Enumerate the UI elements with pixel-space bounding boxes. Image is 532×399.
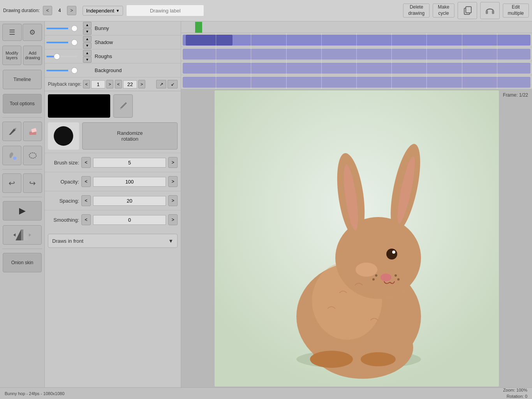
cell[interactable]: [181, 47, 216, 61]
playback-start-increase[interactable]: >: [106, 80, 113, 88]
copy-icon-btn[interactable]: [458, 2, 477, 19]
bunny-down-btn[interactable]: ▼: [83, 28, 92, 35]
cell[interactable]: [392, 61, 427, 75]
spacing-increase[interactable]: >: [168, 195, 178, 206]
bunny-up-btn[interactable]: ▲: [83, 22, 92, 28]
cell[interactable]: [392, 75, 427, 89]
cell[interactable]: [497, 33, 532, 47]
shadow-down-btn[interactable]: ▼: [83, 42, 92, 49]
draws-in-front-btn[interactable]: Draws in front ▼: [48, 234, 178, 248]
cell[interactable]: [357, 33, 392, 47]
delete-drawing-btn[interactable]: Delete drawing: [403, 4, 430, 18]
copy-icon: [462, 5, 473, 16]
cell[interactable]: [216, 75, 251, 89]
pen-tool-btn[interactable]: [2, 122, 21, 141]
background-opacity-slider[interactable]: [46, 70, 78, 71]
spacing-decrease[interactable]: <: [81, 195, 91, 206]
cell[interactable]: [216, 33, 251, 47]
tool-options-btn[interactable]: Tool options: [3, 94, 42, 113]
drawing-label-input[interactable]: [126, 5, 204, 16]
cell[interactable]: [251, 75, 286, 89]
expand-up-right-btn[interactable]: ↗: [156, 80, 166, 88]
cell[interactable]: [251, 47, 286, 61]
cell[interactable]: [322, 33, 357, 47]
roughs-up-btn[interactable]: ▲: [83, 50, 92, 56]
timeline-btn[interactable]: Timeline: [3, 70, 42, 89]
cell[interactable]: [251, 33, 286, 47]
brush-size-increase[interactable]: >: [168, 157, 178, 168]
duration-decrease-btn[interactable]: <: [43, 6, 52, 15]
svg-marker-12: [29, 233, 31, 237]
cell[interactable]: [462, 47, 497, 61]
status-right: Zoom: 100% Rotation: 0: [503, 387, 527, 399]
canvas-area[interactable]: Frame: 1/22: [181, 89, 532, 387]
cell[interactable]: [427, 75, 462, 89]
cell[interactable]: [322, 61, 357, 75]
svg-point-6: [13, 157, 16, 160]
brush-size-decrease[interactable]: <: [81, 157, 91, 168]
opacity-decrease[interactable]: <: [81, 176, 91, 187]
playback-end-increase[interactable]: >: [138, 80, 145, 88]
randomize-rotation-btn[interactable]: Randomize rotation: [82, 122, 178, 150]
color-swatch[interactable]: [48, 94, 110, 118]
shadow-up-btn[interactable]: ▲: [83, 36, 92, 42]
dropdown-arrow-icon: ▼: [116, 9, 120, 13]
headphone-icon-btn[interactable]: [480, 2, 500, 19]
eraser-tool-btn[interactable]: [23, 122, 42, 141]
brush-shape-preview[interactable]: [48, 122, 79, 150]
cell[interactable]: [462, 75, 497, 89]
edit-multiple-btn[interactable]: Edit multiple: [503, 4, 529, 18]
cell[interactable]: [497, 47, 532, 61]
cell[interactable]: [357, 61, 392, 75]
cell[interactable]: [322, 47, 357, 61]
gear-btn[interactable]: ⚙: [23, 24, 42, 41]
cell[interactable]: [251, 61, 286, 75]
onion-skin-btn[interactable]: Onion skin: [3, 253, 42, 272]
cell[interactable]: [392, 47, 427, 61]
cell[interactable]: [216, 47, 251, 61]
cell[interactable]: [392, 33, 427, 47]
cell[interactable]: [357, 75, 392, 89]
smoothing-increase[interactable]: >: [168, 214, 178, 225]
cell[interactable]: [181, 33, 216, 47]
cell[interactable]: [322, 75, 357, 89]
cell[interactable]: [287, 47, 322, 61]
opacity-increase[interactable]: >: [168, 176, 178, 187]
expand-down-left-btn[interactable]: ↙: [167, 80, 178, 88]
cell[interactable]: [287, 61, 322, 75]
modify-layers-btn[interactable]: Modify layers: [2, 46, 21, 65]
duration-increase-btn[interactable]: >: [67, 6, 76, 15]
cell[interactable]: [462, 33, 497, 47]
roughs-down-btn[interactable]: ▼: [83, 56, 92, 63]
redo-btn[interactable]: ↪: [23, 173, 42, 193]
cell[interactable]: [497, 75, 532, 89]
menu-btn[interactable]: ☰: [2, 24, 22, 41]
cell[interactable]: [427, 61, 462, 75]
cell[interactable]: [427, 33, 462, 47]
add-drawing-btn[interactable]: Add drawing: [23, 46, 42, 65]
bunny-opacity-slider[interactable]: [46, 28, 78, 29]
cell[interactable]: [462, 61, 497, 75]
playback-end-decrease[interactable]: <: [115, 80, 122, 88]
roughs-opacity-slider[interactable]: [46, 56, 78, 57]
eyedropper-btn[interactable]: [113, 94, 133, 118]
exposure-btn[interactable]: [3, 225, 42, 245]
cell[interactable]: [497, 61, 532, 75]
cell[interactable]: [287, 75, 322, 89]
cell[interactable]: [357, 47, 392, 61]
play-btn[interactable]: ▶: [3, 201, 42, 221]
cell[interactable]: [287, 33, 322, 47]
undo-btn[interactable]: ↩: [2, 173, 21, 193]
lasso-tool-btn[interactable]: [23, 146, 42, 165]
cell[interactable]: [181, 75, 216, 89]
fill-tool-btn[interactable]: [2, 146, 21, 165]
cell[interactable]: [427, 47, 462, 61]
playback-start-decrease[interactable]: <: [83, 80, 90, 88]
make-cycle-btn[interactable]: Make cycle: [433, 4, 454, 18]
cell[interactable]: [181, 61, 216, 75]
cell[interactable]: [216, 61, 251, 75]
independent-dropdown[interactable]: Independent ▼: [83, 6, 123, 16]
smoothing-decrease[interactable]: <: [81, 214, 91, 225]
canvas-drawing[interactable]: [215, 90, 499, 387]
shadow-opacity-slider[interactable]: [46, 42, 78, 43]
